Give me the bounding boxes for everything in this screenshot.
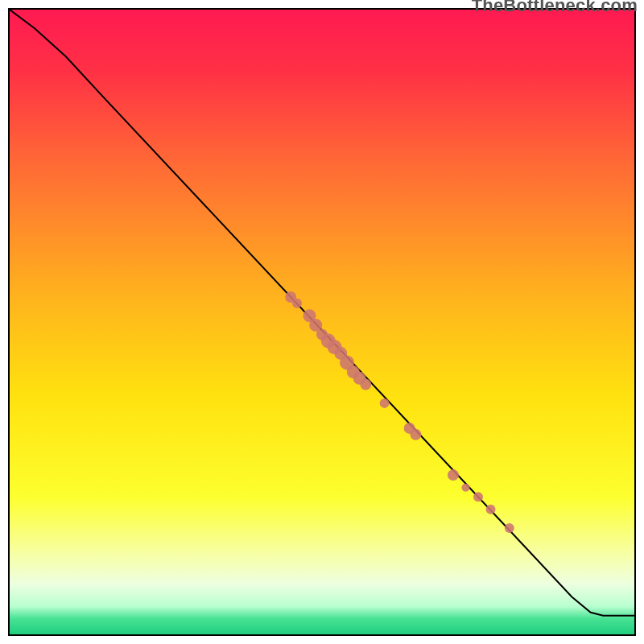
watermark-text: TheBottleneck.com <box>472 0 638 16</box>
main-curve <box>10 10 634 616</box>
data-point <box>410 429 421 440</box>
chart-overlay <box>10 10 634 634</box>
data-point <box>292 299 302 308</box>
chart-container: TheBottleneck.com <box>0 0 644 644</box>
data-point <box>360 379 371 390</box>
data-point <box>486 505 496 514</box>
data-point <box>505 523 514 533</box>
data-point <box>461 484 469 492</box>
plot-area <box>8 8 636 636</box>
data-point <box>380 398 390 408</box>
data-point <box>448 469 459 481</box>
data-point <box>473 492 483 502</box>
